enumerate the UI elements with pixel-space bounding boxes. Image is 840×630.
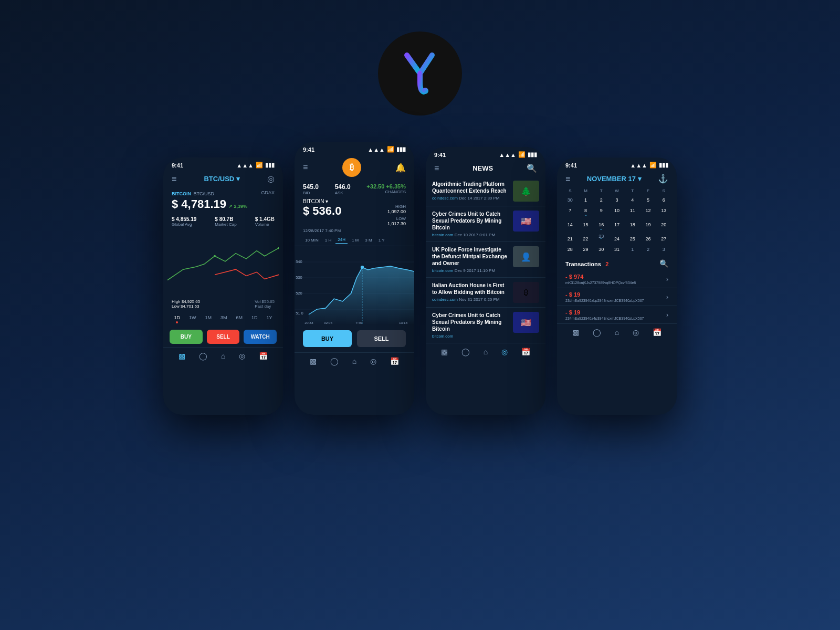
time-btn-3m[interactable]: 3M xyxy=(218,314,229,324)
tf-1h[interactable]: 1 H xyxy=(323,236,333,244)
menu-icon-3[interactable]: ≡ xyxy=(434,164,439,173)
cal-next-1[interactable]: 1 xyxy=(625,244,640,255)
cal-13[interactable]: 13 xyxy=(656,205,671,219)
wifi-icon-2: 📶 xyxy=(387,146,394,153)
cal-12[interactable]: 12 xyxy=(640,205,656,219)
nav-globe-icon-3[interactable]: ◎ xyxy=(501,348,508,356)
nav-cal-icon-2[interactable]: 📅 xyxy=(390,357,399,365)
bid-label: BID xyxy=(303,191,319,195)
menu-icon-4[interactable]: ≡ xyxy=(565,174,570,184)
trans-search-icon[interactable]: 🔍 xyxy=(659,259,668,268)
cal-7[interactable]: 7 xyxy=(562,205,578,219)
nav-chart-icon-1[interactable]: ▩ xyxy=(178,352,185,360)
cal-3[interactable]: 3 xyxy=(609,195,625,205)
cal-5[interactable]: 5 xyxy=(640,195,656,205)
cal-1[interactable]: 1 xyxy=(578,195,594,205)
cal-10[interactable]: 10 xyxy=(609,205,625,219)
cal-14[interactable]: 14 xyxy=(562,219,578,234)
cal-28[interactable]: 28 xyxy=(562,244,578,255)
trans-item-2[interactable]: - $ 19 23dmEa923940zLp2943ncxmJCB3940zLp… xyxy=(557,288,677,306)
bookmark-icon-4[interactable]: ⚓ xyxy=(658,174,668,184)
cal-2[interactable]: 2 xyxy=(593,195,609,205)
menu-icon-1[interactable]: ≡ xyxy=(172,174,176,184)
cal-30[interactable]: 30 xyxy=(562,195,578,205)
cal-30b[interactable]: 30 xyxy=(593,244,609,255)
news-item-1[interactable]: Algorithmic Trading Platform Quantconnec… xyxy=(426,176,545,206)
cal-26[interactable]: 26 xyxy=(640,234,656,244)
tf-1m[interactable]: 1 M xyxy=(350,236,361,244)
cal-next-3[interactable]: 3 xyxy=(656,244,671,255)
nav-tv-icon-1[interactable]: ◯ xyxy=(199,352,207,360)
cal-15[interactable]: 15 xyxy=(578,219,594,234)
cal-27[interactable]: 27 xyxy=(656,234,671,244)
nav-home-icon-3[interactable]: ⌂ xyxy=(484,348,488,356)
news-item-5[interactable]: Cyber Crimes Unit to Catch Sexual Predat… xyxy=(426,308,545,343)
nav-cal-icon-4[interactable]: 📅 xyxy=(653,328,662,337)
cal-week-5: 28 29 30 31 1 2 3 xyxy=(562,244,671,255)
cal-11[interactable]: 11 xyxy=(625,205,640,219)
trans-item-3[interactable]: - $ 19 234mEa923940z4p3943ncxmJCB3940zLp… xyxy=(557,306,677,323)
nav-cal-icon-3[interactable]: 📅 xyxy=(521,348,530,356)
nav-tv-icon-4[interactable]: ◯ xyxy=(593,328,601,337)
cal-16[interactable]: 16 xyxy=(593,219,609,234)
cal-19[interactable]: 19 xyxy=(640,219,656,234)
news-item-3[interactable]: UK Police Force Investigate the Defunct … xyxy=(426,242,545,278)
cal-23-today[interactable]: 23 •• xyxy=(593,234,609,244)
cal-21[interactable]: 21 xyxy=(562,234,578,244)
nav-globe-icon-1[interactable]: ◎ xyxy=(239,352,245,360)
news-item-2[interactable]: Cyber Crimes Unit to Catch Sexual Predat… xyxy=(426,206,545,242)
cal-25[interactable]: 25 xyxy=(625,234,640,244)
tf-3m[interactable]: 3 M xyxy=(363,236,374,244)
time-btn-1y[interactable]: 1Y xyxy=(264,314,274,324)
time-btn-1d[interactable]: 1D xyxy=(172,314,182,324)
cal-20[interactable]: 20 xyxy=(656,219,671,234)
cal-18[interactable]: 18 xyxy=(625,219,640,234)
nav-globe-icon-2[interactable]: ◎ xyxy=(370,357,376,365)
sell-button-1[interactable]: SELL xyxy=(207,330,240,344)
news-source-5: bitcoin.com xyxy=(432,334,509,339)
nav-cal-icon-1[interactable]: 📅 xyxy=(259,352,268,360)
nav-chart-icon-3[interactable]: ▩ xyxy=(441,348,448,356)
trans-item-1[interactable]: - $ 974 mK3128xnjKJs2737989vq8HOPQcvf834… xyxy=(557,270,677,288)
signal-icon-4: ▲▲▲ xyxy=(630,162,647,169)
cal-month-title[interactable]: NOVEMBER 17 ▾ xyxy=(587,175,642,183)
header-title-1[interactable]: BTC/USD ▾ xyxy=(204,175,239,183)
tf-10min[interactable]: 10 MIN xyxy=(303,236,321,244)
menu-icon-2[interactable]: ≡ xyxy=(303,163,308,172)
tf-1y[interactable]: 1 Y xyxy=(376,236,387,244)
time-btn-1w[interactable]: 1W xyxy=(187,314,198,324)
tf-24h[interactable]: 24H xyxy=(335,236,348,244)
cal-31[interactable]: 31 xyxy=(609,244,625,255)
nav-home-icon-4[interactable]: ⌂ xyxy=(615,328,619,337)
nav-home-icon-1[interactable]: ⌂ xyxy=(221,352,225,360)
cal-9[interactable]: 9 xyxy=(593,205,609,219)
cal-29[interactable]: 29 xyxy=(578,244,594,255)
nav-chart-icon-4[interactable]: ▩ xyxy=(572,328,579,337)
sell-button-2[interactable]: SELL xyxy=(357,330,406,347)
nav-home-icon-2[interactable]: ⌂ xyxy=(352,357,356,365)
news-img-4: ₿ xyxy=(513,282,539,303)
time-btn-6m[interactable]: 6M xyxy=(234,314,245,324)
bell-icon-2[interactable]: 🔔 xyxy=(395,163,406,173)
news-img-1: 🌲 xyxy=(513,181,539,202)
buy-button-1[interactable]: BUY xyxy=(170,330,203,344)
nav-tv-icon-3[interactable]: ◯ xyxy=(461,348,470,356)
time-btn-1d2[interactable]: 1D xyxy=(249,314,260,324)
nav-tv-icon-2[interactable]: ◯ xyxy=(330,357,339,365)
cal-24[interactable]: 24 xyxy=(609,234,625,244)
cal-4[interactable]: 4 xyxy=(625,195,640,205)
search-icon-3[interactable]: 🔍 xyxy=(527,163,537,173)
news-item-4[interactable]: Italian Auction House is First to Allow … xyxy=(426,278,545,308)
watch-button-1[interactable]: WATCH xyxy=(244,330,277,344)
time-btn-1m[interactable]: 1M xyxy=(203,314,214,324)
nav-globe-icon-4[interactable]: ◎ xyxy=(633,328,639,337)
cal-17[interactable]: 17 xyxy=(609,219,625,234)
cal-next-2[interactable]: 2 xyxy=(640,244,656,255)
cal-6[interactable]: 6 xyxy=(656,195,671,205)
cal-22[interactable]: 22 xyxy=(578,234,594,244)
svg-text:51 0: 51 0 xyxy=(296,311,303,316)
profile-icon-1[interactable]: ◎ xyxy=(267,174,275,184)
buy-button-2[interactable]: BUY xyxy=(303,330,352,347)
nav-chart-icon-2[interactable]: ▩ xyxy=(310,357,317,365)
cal-8[interactable]: 8 xyxy=(578,205,594,219)
